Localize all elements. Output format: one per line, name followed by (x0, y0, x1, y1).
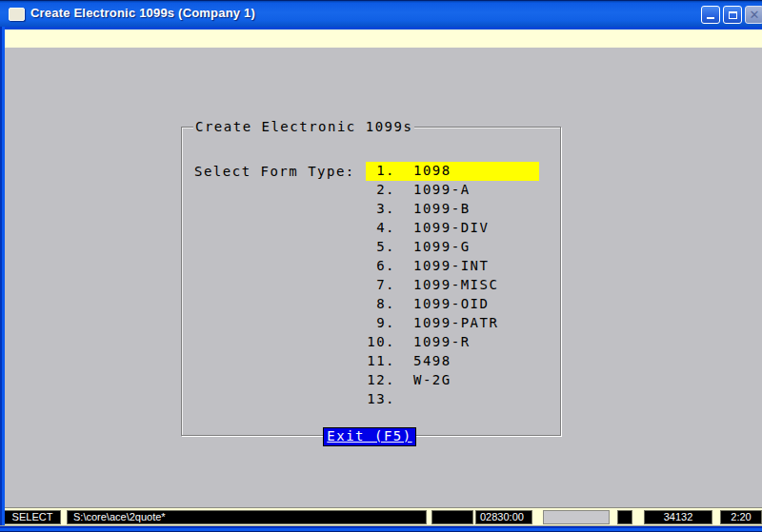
form-type-prompt: Select Form Type: (194, 164, 355, 179)
item-label: 1099-INT (413, 257, 489, 275)
status-empty-segment (617, 510, 632, 524)
menubar (5, 30, 762, 48)
form-type-dialog: Create Electronic 1099s Select Form Type… (181, 127, 561, 436)
status-time: 2:20 (720, 510, 762, 524)
close-icon: ✕ (746, 8, 762, 23)
item-number: 12. (366, 371, 395, 389)
maximize-button[interactable] (723, 6, 742, 24)
item-label: W-2G (413, 371, 451, 389)
status-empty-segment (431, 510, 473, 524)
form-type-item[interactable]: 13. (366, 390, 539, 409)
form-type-item[interactable]: 7.1099-MISC (366, 276, 539, 295)
form-type-item[interactable]: 6.1099-INT (366, 257, 539, 276)
item-label: 1099-R (413, 333, 471, 351)
item-label: 1099-MISC (413, 276, 498, 294)
item-number: 4. (366, 219, 395, 237)
item-label: 1099-A (413, 181, 471, 199)
exit-button[interactable]: Exit (F5) (323, 427, 416, 446)
form-type-item[interactable]: 11.5498 (366, 352, 539, 371)
form-type-item[interactable]: 3.1099-B (366, 200, 539, 219)
item-label: 1098 (413, 162, 451, 180)
item-number: 9. (366, 314, 395, 332)
item-label: 1099-OID (413, 295, 489, 313)
status-progress (543, 510, 610, 524)
form-type-item[interactable]: 1.1098 (366, 162, 539, 181)
item-number: 7. (366, 276, 395, 294)
minimize-icon (707, 17, 714, 19)
form-type-item[interactable]: 8.1099-OID (366, 295, 539, 314)
item-number: 2. (366, 181, 395, 199)
item-number: 13. (366, 390, 395, 408)
item-number: 5. (366, 238, 395, 256)
window-title: Create Electronic 1099s (Company 1) (30, 6, 255, 20)
dialog-title: Create Electronic 1099s (193, 119, 414, 134)
form-type-item[interactable]: 10.1099-R (366, 333, 539, 352)
app-window: Create Electronic 1099s (Company 1) ✕ Cr… (0, 0, 762, 532)
content-area: Create Electronic 1099s Select Form Type… (5, 48, 762, 508)
form-type-item[interactable]: 2.1099-A (366, 181, 539, 200)
form-type-list: 1.10982.1099-A3.1099-B4.1099-DIV5.1099-G… (366, 162, 539, 409)
window-bottom-border (0, 525, 762, 532)
minimize-button[interactable] (701, 6, 720, 24)
status-counter: 02830:00 (475, 510, 532, 524)
item-label: 1099-PATR (413, 314, 498, 332)
maximize-icon (729, 11, 737, 19)
item-number: 3. (366, 200, 395, 218)
status-mode: SELECT (4, 510, 61, 524)
item-label: 1099-DIV (413, 219, 489, 237)
item-label: 1099-B (413, 200, 471, 218)
form-type-item[interactable]: 9.1099-PATR (366, 314, 539, 333)
status-path: S:\core\ace\2quote* (67, 510, 427, 524)
status-value: 34132 (644, 510, 712, 524)
item-label: 1099-G (413, 238, 471, 256)
status-bar: SELECT S:\core\ace\2quote* 02830:00 3413… (0, 507, 762, 525)
close-button[interactable]: ✕ (745, 6, 762, 24)
window-left-border (0, 27, 5, 532)
item-number: 6. (366, 257, 395, 275)
titlebar: Create Electronic 1099s (Company 1) ✕ (0, 0, 762, 27)
item-number: 1. (366, 162, 395, 180)
app-icon (9, 8, 25, 21)
item-number: 8. (366, 295, 395, 313)
item-number: 11. (366, 352, 395, 370)
form-type-item[interactable]: 12.W-2G (366, 371, 539, 390)
form-type-item[interactable]: 4.1099-DIV (366, 219, 539, 238)
item-label: 5498 (413, 352, 451, 370)
item-number: 10. (366, 333, 395, 351)
form-type-item[interactable]: 5.1099-G (366, 238, 539, 257)
